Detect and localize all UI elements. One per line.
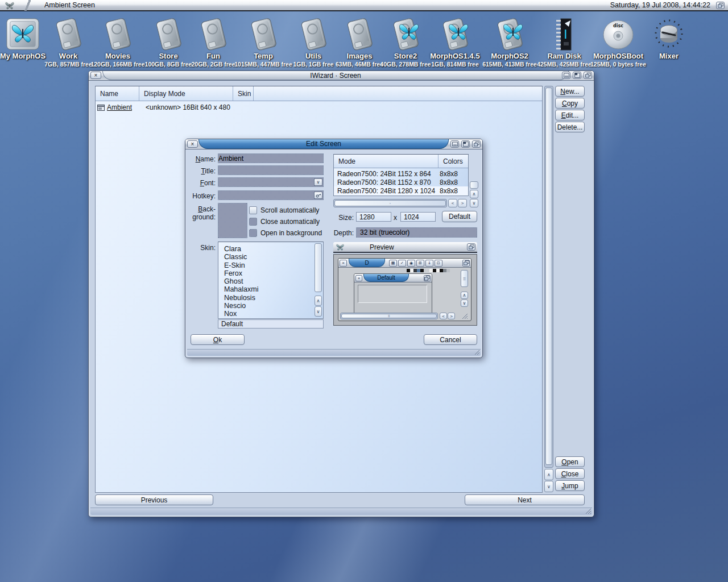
column-header-name[interactable]: Name	[96, 86, 139, 101]
iwizard-depth-gadget[interactable]	[584, 72, 592, 79]
close-automatically-checkbox[interactable]	[249, 218, 257, 226]
mini-scroll-down-icon: ∨	[461, 300, 468, 307]
mixer-knob-icon	[652, 16, 685, 51]
list-vscrollbar-track[interactable]	[544, 86, 553, 468]
mode-hscrollbar-thumb[interactable]: ◦	[334, 200, 446, 206]
iwizard-bottom-frame	[90, 508, 592, 515]
mini-screen-titlebar: × D ▦ ✓ ◉ ⊞ ⇓ ⊡	[338, 259, 471, 268]
dialog-zoom-gadget[interactable]	[461, 140, 470, 148]
font-popup-button[interactable]: ∨	[314, 178, 322, 186]
skin-item[interactable]: Mahalaxmi	[224, 285, 323, 293]
disk-butterfly-icon	[491, 16, 528, 51]
delete-button[interactable]: Delete...	[555, 122, 585, 132]
skin-item[interactable]: Ferox	[224, 269, 323, 277]
list-scroll-down-button[interactable]: ∨	[544, 481, 553, 492]
disk-icon	[245, 16, 282, 51]
mini-screen-close-icon: ×	[340, 260, 347, 267]
size-label: Size:	[329, 214, 354, 222]
skin-item[interactable]: Nescio	[224, 302, 323, 310]
hotkey-key-button[interactable]	[314, 192, 322, 199]
open-button[interactable]: Open	[555, 456, 585, 467]
screen-depth-gadget[interactable]	[716, 2, 725, 9]
cancel-button[interactable]: Cancel	[424, 334, 477, 345]
skin-scroll-up-button[interactable]: ∧	[315, 296, 322, 306]
mode-list-header: Mode Colors	[334, 155, 468, 168]
skin-item[interactable]: E-Skin	[224, 261, 323, 269]
dialog-iconify-gadget[interactable]	[450, 140, 459, 148]
iwizard-close-gadget[interactable]: ×	[90, 72, 101, 79]
mode-row[interactable]: Radeon7500: 24Bit 1152 x 870 8x8x8	[334, 178, 468, 186]
preview-header: Preview	[333, 242, 477, 253]
size-width-input[interactable]: 1280	[356, 212, 391, 222]
new-button[interactable]: New...	[555, 86, 585, 97]
skin-scrollbar-thumb[interactable]	[315, 243, 322, 292]
row-name: Ambient	[107, 103, 132, 111]
dialog-resize-handle[interactable]	[473, 350, 479, 355]
iwizard-title-tab: IWizard · Screen	[102, 71, 569, 80]
depth-cycle-gadget[interactable]: 32 bit (truecolor)	[356, 227, 477, 238]
screen-list-row-ambient[interactable]: Ambient <unknown> 16Bit 640 x 480	[96, 102, 542, 113]
background-swatch[interactable]	[218, 203, 247, 238]
screen-menubar: Ambient Screen Saturday, 19 Jul 2008, 14…	[0, 0, 728, 11]
mode-vscrollbar-thumb[interactable]	[470, 181, 478, 189]
mini-window-close-icon: ×	[355, 275, 362, 281]
mode-row-selected[interactable]: Radeon7500: 24Bit 728 x 582 8x8x8	[334, 186, 468, 196]
list-scroll-up-button[interactable]: ∧	[544, 469, 553, 480]
title-label: Title:	[185, 167, 216, 175]
mode-scroll-left-button[interactable]: <	[448, 199, 457, 207]
mode-hscrollbar-track[interactable]: ◦	[333, 199, 447, 207]
skin-item[interactable]: Classic	[224, 253, 323, 261]
preview-mini-screen: × D ▦ ✓ ◉ ⊞ ⇓ ⊡ × Default	[338, 258, 471, 321]
skin-item[interactable]: Nox	[224, 310, 323, 318]
next-button[interactable]: Next	[465, 494, 585, 505]
column-header-skin[interactable]: Skin	[233, 86, 254, 101]
mode-scroll-down-button[interactable]: ∨	[470, 199, 478, 207]
mode-row[interactable]: Radeon7500: 24Bit 1152 x 864 8x8x8	[334, 169, 468, 178]
dialog-close-gadget[interactable]: ×	[187, 140, 198, 148]
iwizard-zoom-gadget[interactable]	[573, 72, 581, 79]
dialog-titlebar[interactable]: Edit Screen ×	[185, 139, 482, 149]
list-vscrollbar-thumb[interactable]	[545, 88, 552, 465]
disk-icon	[100, 16, 136, 51]
iwizard-titlebar[interactable]: IWizard · Screen ×	[89, 71, 594, 81]
desktop-icon-mixer[interactable]: Mixer	[635, 16, 703, 61]
mini-hscrollbar-thumb: ≡	[341, 314, 437, 318]
size-default-button[interactable]: Default	[442, 211, 477, 222]
mini-screen-depth-icon	[462, 260, 470, 267]
open-in-background-checkbox[interactable]	[249, 229, 257, 237]
column-header-colors[interactable]: Colors	[439, 155, 468, 168]
mini-toolbar-check-icon: ✓	[398, 260, 406, 267]
iwizard-resize-handle[interactable]	[585, 508, 591, 514]
skin-value-field[interactable]: Default	[218, 319, 324, 329]
open-in-background-label: Open in background	[260, 229, 322, 237]
dialog-depth-gadget[interactable]	[472, 140, 481, 148]
mini-scroll-right-icon: >	[448, 313, 455, 319]
skin-item[interactable]: Ghost	[224, 277, 323, 285]
skin-item[interactable]: Nebulosis	[224, 294, 323, 302]
edit-button[interactable]: Edit...	[555, 110, 585, 120]
copy-button[interactable]: Copy	[555, 98, 585, 109]
skin-label: Skin:	[185, 244, 216, 252]
preview-area: × D ▦ ✓ ◉ ⊞ ⇓ ⊡ × Default	[333, 254, 477, 326]
skin-scroll-down-button[interactable]: ∨	[315, 306, 322, 317]
preview-depth-gadget[interactable]	[467, 243, 475, 251]
jump-button[interactable]: Jump	[555, 480, 585, 491]
mode-scroll-up-button[interactable]: ∧	[470, 190, 478, 198]
scroll-automatically-checkbox[interactable]	[249, 206, 257, 214]
mini-toolbar-eye-icon: ◉	[407, 260, 415, 267]
ok-button[interactable]: Ok	[191, 334, 245, 345]
title-input[interactable]	[218, 165, 324, 175]
font-input[interactable]: ∨	[218, 177, 324, 187]
mode-scroll-right-button[interactable]: >	[458, 199, 467, 207]
iwizard-iconify-gadget[interactable]	[562, 72, 570, 79]
hotkey-input[interactable]	[218, 190, 324, 200]
name-input[interactable]: Ambient	[218, 153, 324, 163]
screen-title: Ambient Screen	[44, 1, 95, 9]
column-header-display-mode[interactable]: Display Mode	[139, 86, 233, 101]
close-button[interactable]: Close	[555, 468, 585, 479]
skin-item[interactable]: Clara	[224, 245, 323, 253]
column-header-mode[interactable]: Mode	[334, 155, 439, 168]
mini-window-depth-icon	[424, 275, 431, 281]
previous-button[interactable]: Previous	[95, 494, 213, 505]
size-height-input[interactable]: 1024	[400, 212, 436, 222]
